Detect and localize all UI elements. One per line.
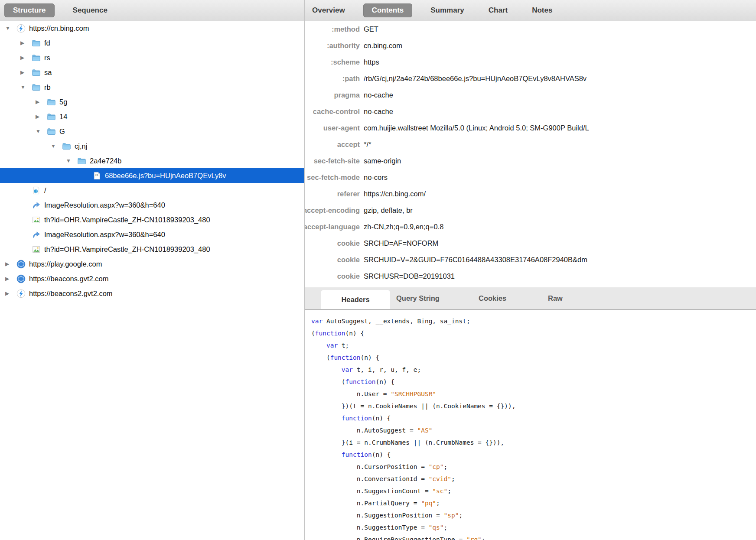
code-line: n.RequireBoxSuggestionType = "rq"; [311, 533, 756, 540]
header-row: refererhttps://cn.bing.com/ [305, 185, 756, 202]
code-line: var t, i, r, u, f, e; [311, 364, 756, 376]
tree-item[interactable]: ▶14 [0, 109, 304, 124]
page-icon [32, 186, 41, 195]
disclosure-collapsed-icon[interactable]: ▶ [35, 99, 47, 105]
header-row: cookieSRCHUSR=DOB=20191031 [305, 268, 756, 284]
header-row: :authoritycn.bing.com [305, 37, 756, 54]
image-icon [32, 215, 41, 224]
header-name: :method [305, 25, 360, 33]
bolt-icon [16, 24, 26, 33]
disclosure-collapsed-icon[interactable]: ▶ [20, 55, 32, 61]
tree-item-label: G [59, 127, 65, 136]
disclosure-expanded-icon[interactable]: ▼ [50, 143, 62, 149]
tab-overview[interactable]: Overview [306, 4, 351, 17]
tab-chart[interactable]: Chart [482, 4, 514, 17]
tree-item[interactable]: ▼2a4e724b [0, 153, 304, 168]
tree-item[interactable]: ▶https://play.google.com [0, 257, 304, 271]
folder-icon [47, 98, 56, 107]
tree-item[interactable]: / [0, 183, 304, 198]
header-name: :scheme [305, 58, 360, 66]
tree-item-label: th?id=OHR.VampireCastle_ZH-CN1018939203_… [44, 245, 210, 254]
folder-icon [77, 156, 86, 166]
code-line: (function(n) { [311, 376, 756, 388]
code-line: n.SuggestionCount = "sc"; [311, 485, 756, 497]
disclosure-expanded-icon[interactable]: ▼ [35, 128, 47, 134]
tree-item-label: https://cn.bing.com [29, 24, 89, 33]
folder-icon [32, 83, 41, 92]
header-row: :methodGET [305, 21, 756, 37]
code-viewer[interactable]: var AutoSuggest, __extends, Bing, sa_ins… [305, 310, 756, 540]
header-name: sec-fetch-mode [305, 173, 360, 182]
header-name-text: :method [332, 25, 360, 33]
header-name-text: :path [342, 75, 360, 83]
header-name-text: :scheme [331, 58, 360, 66]
tab-sequence[interactable]: Sequence [67, 4, 114, 17]
subtab-bar: HeadersQuery StringCookiesRaw [305, 287, 756, 310]
tree-item-label: rb [44, 83, 51, 91]
header-name-text: pragma [334, 91, 360, 99]
panel-divider[interactable] [304, 0, 305, 540]
subtab-cookies[interactable]: Cookies [479, 287, 506, 309]
disclosure-collapsed-icon[interactable]: ▶ [20, 69, 32, 75]
tree-item-label: https://beacons2.gvt2.com [29, 290, 113, 298]
tree-item-label: ImageResolution.aspx?w=360&h=640 [44, 231, 165, 239]
disclosure-collapsed-icon[interactable]: ▶ [4, 276, 16, 282]
header-value: https://cn.bing.com/ [364, 190, 756, 198]
tab-structure[interactable]: Structure [4, 3, 55, 17]
header-row: :path/rb/G/cj,nj/2a4e724b/68bee66e.js?bu… [305, 70, 756, 87]
tree-item[interactable]: ImageResolution.aspx?w=360&h=640 [0, 198, 304, 212]
disclosure-expanded-icon[interactable]: ▼ [20, 84, 32, 90]
tree-item[interactable]: ▼G [0, 124, 304, 139]
header-name-text: :authority [327, 42, 360, 50]
tree-item[interactable]: ▶https://beacons.gvt2.com [0, 271, 304, 286]
disclosure-collapsed-icon[interactable]: ▶ [35, 114, 47, 120]
tree-item[interactable]: ▼rb [0, 80, 304, 94]
header-row: sec-fetch-modeno-cors [305, 169, 756, 185]
tree-item[interactable]: ▶https://beacons2.gvt2.com [0, 286, 304, 301]
header-value: SRCHUSR=DOB=20191031 [364, 272, 756, 280]
code-line: (function(n) { [311, 327, 756, 339]
subtab-raw[interactable]: Raw [548, 287, 563, 309]
header-value: SRCHD=AF=NOFORM [364, 239, 756, 247]
globe-icon [16, 274, 26, 283]
disclosure-expanded-icon[interactable]: ▼ [4, 25, 16, 31]
header-name-text: cookie [337, 239, 360, 247]
tree-item[interactable]: th?id=OHR.VampireCastle_ZH-CN1018939203_… [0, 242, 304, 257]
subtab-headers[interactable]: Headers [321, 290, 390, 309]
header-name: referer [305, 190, 360, 198]
folder-icon [47, 112, 56, 121]
header-value: no-cors [364, 173, 756, 182]
tree-item[interactable]: JS68bee66e.js?bu=HUjnAeoB7QEvLy8v [0, 168, 304, 183]
header-name: pragma [305, 91, 360, 99]
disclosure-collapsed-icon[interactable]: ▶ [4, 290, 16, 296]
header-value: zh-CN,zh;q=0.9,en;q=0.8 [364, 223, 756, 231]
disclosure-expanded-icon[interactable]: ▼ [65, 158, 77, 164]
tab-summary[interactable]: Summary [424, 4, 470, 17]
code-line: n.ConversationId = "cvid"; [311, 473, 756, 485]
tab-contents[interactable]: Contents [363, 3, 413, 17]
tree-item-label: 14 [59, 113, 67, 121]
disclosure-collapsed-icon[interactable]: ▶ [20, 40, 32, 46]
header-value: same-origin [364, 157, 756, 165]
disclosure-collapsed-icon[interactable]: ▶ [4, 261, 16, 267]
svg-text:JS: JS [95, 173, 98, 176]
tree-item-label: 2a4e724b [90, 157, 121, 165]
tree-item[interactable]: ▶sa [0, 65, 304, 80]
header-name-text: sec-fetch-site [314, 157, 360, 165]
subtab-query-string[interactable]: Query String [396, 287, 440, 309]
header-name-text: cookie [337, 256, 360, 264]
tree-item[interactable]: th?id=OHR.VampireCastle_ZH-CN1018939203_… [0, 212, 304, 227]
tree-item[interactable]: ▶rs [0, 50, 304, 65]
header-row: cookieSRCHUID=V=2&GUID=F76C0164488A43308… [305, 251, 756, 268]
request-tree: ▼https://cn.bing.com▶fd▶rs▶sa▼rb▶5g▶14▼G… [0, 21, 304, 301]
tree-item-label: ImageResolution.aspx?w=360&h=640 [44, 201, 165, 209]
header-name-text: accept-language [305, 223, 360, 231]
tree-item[interactable]: ImageResolution.aspx?w=360&h=640 [0, 227, 304, 242]
header-name: cookie [305, 272, 360, 280]
tree-item[interactable]: ▼cj,nj [0, 139, 304, 153]
tree-item[interactable]: ▶fd [0, 36, 304, 50]
header-name-text: sec-fetch-mode [307, 173, 360, 182]
tree-item[interactable]: ▼https://cn.bing.com [0, 21, 304, 36]
tab-notes[interactable]: Notes [526, 4, 558, 17]
tree-item[interactable]: ▶5g [0, 94, 304, 109]
